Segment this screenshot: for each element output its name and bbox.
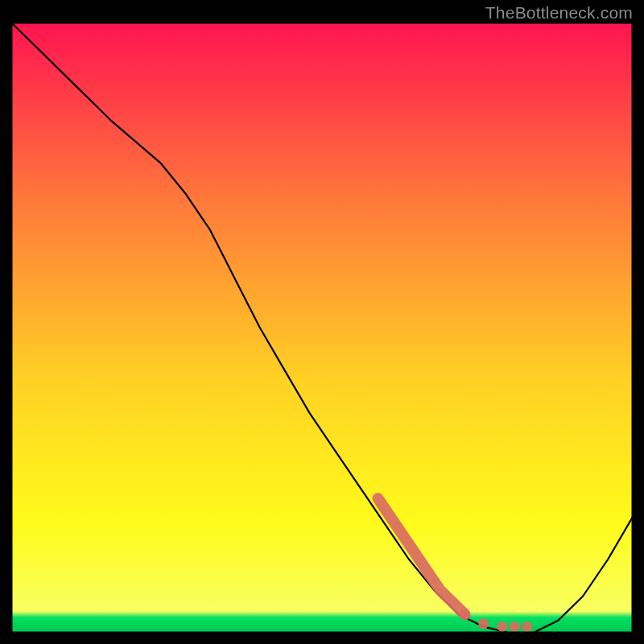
watermark-text: TheBottleneck.com	[485, 3, 633, 23]
bottleneck-chart	[11, 23, 633, 633]
highlight-dot	[510, 621, 520, 632]
highlight-dot	[522, 621, 532, 632]
highlight-dot	[497, 621, 507, 632]
chart-frame	[11, 23, 633, 633]
highlight-dot	[460, 609, 470, 620]
highlight-dot	[478, 618, 489, 629]
